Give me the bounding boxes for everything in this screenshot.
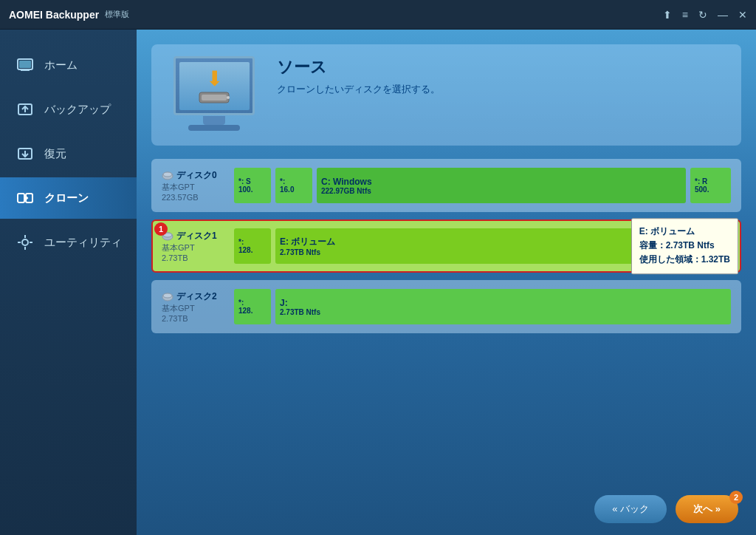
disk1-type: 基本GPT — [162, 242, 228, 253]
disk2-name-label: ディスク2 — [176, 290, 217, 303]
source-description: クローンしたいディスクを選択する。 — [277, 83, 440, 96]
svg-rect-12 — [202, 95, 227, 100]
disk2-part-small-size: 128. — [238, 307, 267, 315]
sidebar-label-backup: バックアップ — [44, 103, 111, 117]
sidebar-label-home: ホーム — [44, 58, 78, 72]
disk0-part-r-size: 500. — [695, 185, 726, 194]
disk-row-2[interactable]: ディスク2 基本GPT 2.73TB *: 128. J: 2.73TB Ntf… — [151, 280, 741, 333]
menu-button[interactable]: ≡ — [682, 9, 688, 21]
minimize-button[interactable]: — — [718, 9, 728, 21]
svg-point-10 — [22, 239, 28, 245]
disk2-info: ディスク2 基本GPT 2.73TB — [162, 290, 228, 323]
upload-button[interactable]: ⬆ — [663, 9, 672, 21]
next-button[interactable]: 次へ » — [676, 495, 738, 523]
bottom-bar: « バック 次へ » 2 — [594, 495, 738, 523]
sidebar-label-clone: クローン — [44, 191, 89, 205]
disk0-part-boot[interactable]: *: 16.0 — [275, 168, 312, 203]
refresh-button[interactable]: ↻ — [698, 9, 707, 21]
source-panel: ⬇ ソース クローンしたいディスクを選択する。 — [151, 44, 741, 146]
disk0-name: ディスク0 — [162, 169, 228, 182]
clone-icon — [15, 188, 35, 208]
disk2-part-main[interactable]: J: 2.73TB Ntfs — [275, 289, 731, 324]
disk2-size: 2.73TB — [162, 314, 228, 323]
sidebar: ホーム バックアップ 復元 — [0, 30, 137, 535]
disk0-part-s-label: *: S — [238, 177, 267, 185]
disk1-part-small-label: *: — [238, 238, 267, 246]
sidebar-item-backup[interactable]: バックアップ — [0, 89, 137, 130]
disk0-part-main-label: C: Windows — [321, 177, 681, 187]
disk2-part-main-label: J: — [280, 298, 726, 308]
disk0-name-label: ディスク0 — [176, 169, 217, 182]
app-title: AOMEI Backupper — [9, 9, 99, 21]
disk1-info: ディスク1 基本GPT 2.73TB — [162, 230, 228, 262]
next-button-container: 次へ » 2 — [676, 495, 738, 523]
disk2-name: ディスク2 — [162, 290, 228, 303]
disk0-part-s-size: 100. — [238, 185, 267, 194]
disk1-size: 2.73TB — [162, 253, 228, 262]
disk0-part-main[interactable]: C: Windows 222.97GB Ntfs — [317, 168, 686, 203]
disk1-part-small-size: 128. — [238, 246, 267, 254]
close-button[interactable]: ✕ — [738, 9, 747, 21]
sidebar-label-utility: ユーティリティ — [44, 236, 122, 250]
tooltip-capacity: 容量：2.73TB Ntfs — [639, 239, 730, 253]
disk0-part-s[interactable]: *: S 100. — [234, 168, 271, 203]
content-area: ⬇ ソース クローンしたいディスクを選択する。 — [137, 30, 756, 535]
disk0-part-boot-size: 16.0 — [280, 185, 308, 194]
disk1-badge: 1 — [154, 222, 168, 236]
disk2-part-main-size: 2.73TB Ntfs — [280, 308, 726, 316]
source-title: ソース — [277, 56, 440, 78]
monitor-image: ⬇ — [166, 56, 262, 134]
disk2-part-small[interactable]: *: 128. — [234, 289, 271, 324]
sidebar-item-clone[interactable]: クローン — [0, 177, 137, 219]
disk0-type: 基本GPT — [162, 182, 228, 193]
next-badge: 2 — [729, 491, 743, 504]
back-button[interactable]: « バック — [594, 495, 667, 523]
disk2-type: 基本GPT — [162, 303, 228, 314]
disk0-partitions: *: S 100. *: 16.0 C: Windows 222.97GB Nt… — [234, 168, 731, 203]
disk0-part-r[interactable]: *: R 500. — [690, 168, 731, 203]
sidebar-item-utility[interactable]: ユーティリティ — [0, 222, 137, 263]
disk1-partitions: *: 128. E: ボリューム 2.73TB Ntfs E: ボリューム 容量… — [234, 228, 731, 264]
disk0-part-boot-label: *: — [280, 177, 308, 185]
disk2-part-small-label: *: — [238, 299, 267, 307]
title-bar-right: ⬆ ≡ ↻ — ✕ — [663, 9, 747, 21]
tooltip-used: 使用した領域：1.32TB — [639, 253, 730, 268]
monitor-body: ⬇ — [173, 56, 255, 115]
sidebar-label-restore: 復元 — [44, 147, 66, 161]
monitor-screen: ⬇ — [179, 62, 250, 110]
svg-point-13 — [227, 96, 230, 99]
disk-list: ディスク0 基本GPT 223.57GB *: S 100. *: 16.0 — [151, 159, 741, 333]
app-edition: 標準版 — [105, 9, 129, 20]
backup-icon — [15, 99, 35, 120]
svg-point-19 — [163, 293, 172, 298]
sidebar-item-restore[interactable]: 復元 — [0, 133, 137, 174]
disk-row-0[interactable]: ディスク0 基本GPT 223.57GB *: S 100. *: 16.0 — [151, 159, 741, 212]
title-bar: AOMEI Backupper 標準版 ⬆ ≡ ↻ — ✕ — [0, 0, 756, 30]
monitor-stand — [203, 116, 225, 125]
utility-icon — [15, 232, 35, 253]
disk0-info: ディスク0 基本GPT 223.57GB — [162, 169, 228, 202]
disk0-part-main-size: 222.97GB Ntfs — [321, 187, 681, 195]
disk0-size: 223.57GB — [162, 193, 228, 202]
disk2-partitions: *: 128. J: 2.73TB Ntfs — [234, 289, 731, 324]
main-layout: ホーム バックアップ 復元 — [0, 30, 756, 535]
svg-rect-7 — [18, 194, 24, 202]
home-icon — [15, 55, 35, 75]
svg-rect-2 — [19, 61, 31, 68]
tooltip-disk1: E: ボリューム 容量：2.73TB Ntfs 使用した領域：1.32TB — [631, 218, 738, 274]
disk-row-1[interactable]: 1 ディスク1 基本GPT 2.73TB *: — [151, 219, 741, 273]
disk0-part-r-label: *: R — [695, 177, 726, 185]
source-text: ソース クローンしたいディスクを選択する。 — [277, 56, 440, 96]
disk1-name-label: ディスク1 — [176, 230, 217, 242]
title-bar-left: AOMEI Backupper 標準版 — [9, 9, 129, 21]
disk1-part-main[interactable]: E: ボリューム 2.73TB Ntfs E: ボリューム 容量：2.73TB … — [275, 228, 731, 264]
tooltip-title: E: ボリューム — [639, 225, 730, 239]
sidebar-item-home[interactable]: ホーム — [0, 44, 137, 86]
monitor-base — [188, 125, 240, 131]
svg-rect-1 — [21, 69, 30, 71]
disk1-part-small[interactable]: *: 128. — [234, 228, 271, 264]
restore-icon — [15, 143, 35, 164]
svg-point-15 — [163, 172, 172, 177]
disk1-name: ディスク1 — [162, 230, 228, 242]
